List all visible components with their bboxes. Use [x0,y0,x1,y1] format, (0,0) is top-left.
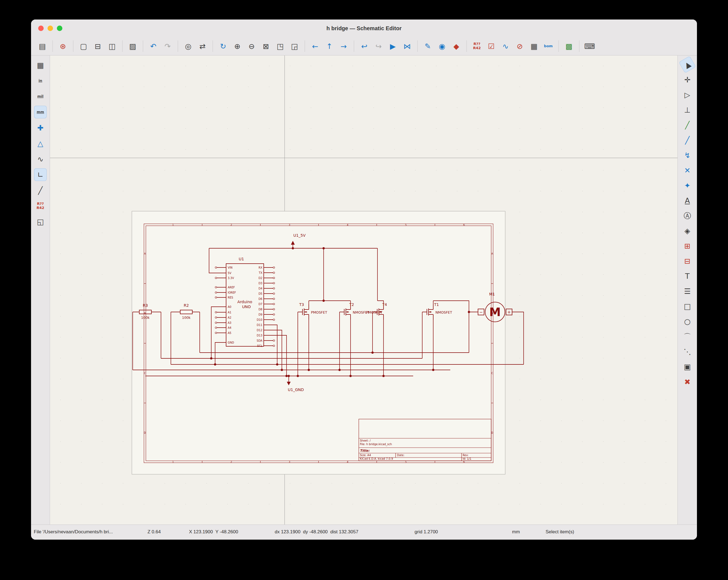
hierarchy-navigator-button[interactable]: ◱ [34,215,47,228]
t1-reference: T1 [434,302,439,307]
status-file: File '/Users/nevaan/Documents/h bri... [34,529,113,535]
bus-entry-tool[interactable]: ↯ [681,149,694,161]
u1-pin-label: SCL [257,344,262,347]
refresh-button[interactable]: ↻ [217,40,229,52]
zone-row-label: D [144,431,146,434]
annotate-auto-button[interactable]: R??R42 [34,200,47,212]
zone-row-label: B [144,312,146,315]
zoom-objects-button[interactable]: ◳ [274,40,287,52]
u1-pin-label: D13 [257,334,262,337]
left-toolbar: ▦inmilmm✚△∿∟╱R??R42◱ [31,55,50,525]
units-mils-button-label: mil [37,95,44,99]
window-title: h bridge — Schematic Editor [327,25,401,32]
delete-tool[interactable]: ✖ [681,375,694,388]
open-pcb-button[interactable]: ▩ [563,40,575,52]
free-angle-wires-button[interactable]: ╱ [34,184,47,196]
schematic-setup-button[interactable]: ⊛ [57,40,69,52]
zoom-fit-button[interactable]: ⊠ [260,40,272,52]
u1-pin-label: D9 [259,313,262,316]
place-symbol-tool[interactable]: ▷ [681,88,694,101]
bus-tool[interactable]: ╱ [681,134,694,147]
erc-rules-button[interactable]: ⊘ [514,40,526,52]
t4-value: PMOSFET [366,310,383,314]
annotate-symbols-button[interactable]: R??R42 [471,40,483,52]
edit-symbol-fields-button[interactable]: ◆ [450,40,463,52]
units-mm-button[interactable]: mm [34,106,47,118]
main-area: ▦inmilmm✚△∿∟╱R??R42◱ [31,55,697,525]
junction-tool[interactable]: ✦ [681,179,694,192]
python-console-button[interactable]: ⌨ [583,40,596,52]
units-mils-button[interactable]: mil [34,90,47,103]
hierarchical-label-tool[interactable]: ◈ [681,225,694,237]
zone-col-label: 2 [231,460,232,463]
bom-button[interactable]: bom [542,40,555,52]
units-inches-button[interactable]: in [34,74,47,87]
sim-probe-button[interactable]: ∿ [34,153,47,165]
schematic-svg: 112233445566AABBCCDD Sheet: / File: h br… [50,55,677,525]
cursor-shape-button[interactable]: ✚ [34,122,47,134]
place-power-tool[interactable]: ⊥ [681,104,694,116]
r2-value: 100k [182,316,191,320]
print-button[interactable]: ⊟ [92,40,104,52]
bom-button-label: bom [544,44,553,48]
minimize-window-button[interactable] [48,26,53,31]
right-toolbar: ▲✛▷⊥╱╱↯✕✦AⒶ◈⊞⊟T☰□○⌒⋱▣✖ [677,55,697,525]
motor-letter: M [489,306,501,319]
erc-button[interactable]: ☑ [485,40,497,52]
save-button[interactable]: ▤ [36,40,49,52]
annotate-button[interactable]: ✎ [421,40,434,52]
net-label-tool[interactable]: A [681,194,694,207]
hidden-pins-button[interactable]: △ [34,137,47,150]
symbol-library-browser-button[interactable]: ◉ [436,40,448,52]
nav-forward-button[interactable]: → [337,40,350,52]
zone-row-label: C [491,372,493,375]
hv-wires-button[interactable]: ∟ [34,168,47,181]
close-window-button[interactable] [38,26,44,31]
rectangle-tool[interactable]: □ [681,300,694,313]
grid-settings-button[interactable]: ▦ [34,59,47,71]
zone-row-label: A [491,253,493,255]
schematic-canvas[interactable]: 112233445566AABBCCDD Sheet: / File: h br… [50,55,677,525]
zone-col-label: 5 [405,223,407,226]
global-label-tool[interactable]: Ⓐ [681,209,694,222]
find-button[interactable]: ◎ [182,40,194,52]
annotate-auto-button-label: R42 [36,206,44,210]
zoom-window-button[interactable] [57,26,62,31]
no-connect-tool[interactable]: ✕ [681,164,694,177]
redo-button[interactable]: ↷ [161,40,174,52]
sheet-pin-tool[interactable]: ⊟ [681,255,694,267]
paste-button[interactable]: ▨ [126,40,139,52]
simulator-button[interactable]: ∿ [499,40,512,52]
symbol-fields-table-button[interactable]: ▦ [528,40,540,52]
zoom-out-button[interactable]: ⊖ [245,40,258,52]
sheet-tool[interactable]: ⊞ [681,239,694,252]
select-tool[interactable]: ▲ [679,56,696,73]
plot-button[interactable]: ◫ [106,40,119,52]
zone-row-label: C [144,372,146,375]
top-toolbar: ▤⊛▢⊟◫▨↶↷◎⇄↻⊕⊖⊠◳◲←↑→↩↪▶⋈✎◉◆R??R42☑∿⊘▦bom▩… [31,37,697,55]
undo-button[interactable]: ↶ [147,40,160,52]
nav-up-button[interactable]: ↑ [323,40,336,52]
polygon-tool[interactable]: ⋱ [681,345,694,358]
zoom-selection-button[interactable]: ◲ [288,40,301,52]
leave-sheet-button[interactable]: ↩ [358,40,371,52]
arc-tool[interactable]: ⌒ [681,330,694,343]
traffic-lights [38,20,62,37]
highlight-net-tool[interactable]: ✛ [681,73,694,86]
navigate-hierarchy-button[interactable]: ▶ [387,40,399,52]
image-tool[interactable]: ▣ [681,360,694,373]
zoom-in-button[interactable]: ⊕ [231,40,244,52]
circle-tool[interactable]: ○ [681,315,694,327]
textbox-tool[interactable]: ☰ [681,285,694,297]
text-tool[interactable]: T [681,270,694,282]
find-replace-button[interactable]: ⇄ [196,40,209,52]
titlebar[interactable]: h bridge — Schematic Editor [31,20,697,37]
zone-col-label: 1 [172,223,174,226]
mirror-button[interactable]: ⋈ [401,40,413,52]
nav-back-button[interactable]: ← [309,40,321,52]
r2-reference: R2 [184,303,189,308]
page-settings-button[interactable]: ▢ [77,40,90,52]
wire-tool[interactable]: ╱ [681,118,694,131]
status-mode: Select item(s) [546,529,574,535]
enter-sheet-button[interactable]: ↪ [372,40,385,52]
